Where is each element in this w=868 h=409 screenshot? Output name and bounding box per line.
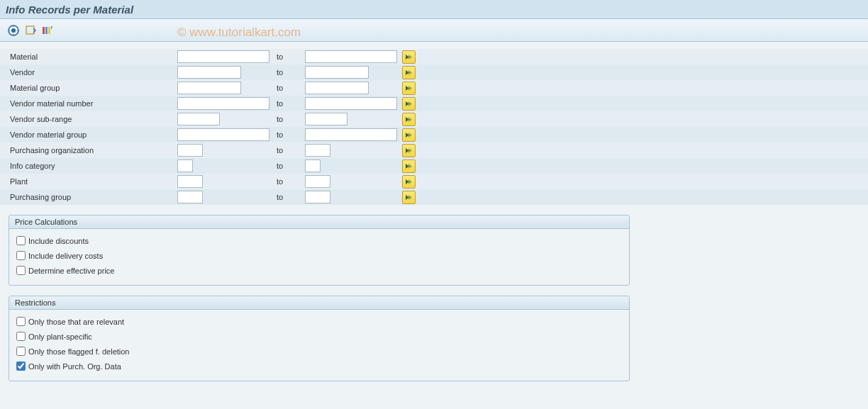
multiple-selection-button[interactable] bbox=[402, 144, 416, 157]
content-area: MaterialtoVendortoMaterial grouptoVendor… bbox=[0, 42, 868, 409]
from-input[interactable] bbox=[177, 50, 269, 63]
checkbox-row: Include delivery costs bbox=[16, 248, 622, 263]
to-input[interactable] bbox=[305, 128, 397, 141]
multiple-selection-button[interactable] bbox=[402, 97, 416, 111]
selection-row: Vendor material groupto bbox=[0, 127, 868, 142]
to-input[interactable] bbox=[305, 82, 369, 94]
svg-rect-2 bbox=[26, 26, 34, 34]
svg-rect-5 bbox=[48, 27, 50, 34]
checkbox-row: Determine effective price bbox=[16, 263, 622, 278]
from-input[interactable] bbox=[177, 97, 269, 110]
from-input[interactable] bbox=[177, 144, 203, 157]
row-label: Material bbox=[0, 52, 177, 61]
checkbox-label: Only those that are relevant bbox=[28, 318, 124, 326]
to-label: to bbox=[273, 68, 305, 77]
to-input[interactable] bbox=[305, 97, 397, 110]
checkbox-label: Only those flagged f. deletion bbox=[28, 347, 129, 356]
multiple-selection-button[interactable] bbox=[402, 191, 416, 204]
multiple-selection-button[interactable] bbox=[402, 175, 416, 189]
checkbox[interactable] bbox=[16, 236, 26, 245]
to-label: to bbox=[273, 115, 305, 123]
group-header-restrictions: Restrictions bbox=[9, 296, 629, 310]
row-label: Vendor bbox=[0, 68, 177, 77]
row-label: Vendor sub-range bbox=[0, 115, 177, 123]
from-input[interactable] bbox=[177, 128, 269, 141]
checkbox[interactable] bbox=[16, 362, 26, 371]
svg-rect-4 bbox=[45, 27, 48, 34]
variant-icon[interactable] bbox=[24, 24, 37, 37]
from-input[interactable] bbox=[177, 82, 241, 94]
checkbox-row: Only those that are relevant bbox=[16, 314, 622, 329]
row-label: Purchasing organization bbox=[0, 146, 177, 155]
selection-row: Materialto bbox=[0, 49, 868, 65]
checkbox-row: Only with Purch. Org. Data bbox=[16, 359, 622, 374]
checkbox-row: Include discounts bbox=[16, 233, 622, 248]
to-input[interactable] bbox=[305, 175, 330, 188]
selection-row: Info categoryto bbox=[0, 158, 868, 174]
from-input[interactable] bbox=[177, 159, 193, 172]
price-calculations-group: Price Calculations Include discountsIncl… bbox=[9, 215, 630, 286]
toolbar bbox=[0, 19, 868, 42]
to-input[interactable] bbox=[305, 191, 330, 203]
row-label: Vendor material group bbox=[0, 130, 177, 139]
svg-rect-3 bbox=[43, 27, 45, 34]
selection-row: Material groupto bbox=[0, 80, 868, 96]
multiple-selection-button[interactable] bbox=[402, 82, 416, 95]
to-label: to bbox=[273, 130, 305, 139]
checkbox-label: Only with Purch. Org. Data bbox=[28, 362, 121, 371]
multiple-selection-button[interactable] bbox=[402, 159, 416, 173]
from-input[interactable] bbox=[177, 66, 241, 79]
checkbox-row: Only those flagged f. deletion bbox=[16, 344, 622, 359]
selection-row: Purchasing organizationto bbox=[0, 142, 868, 158]
selection-row: Purchasing groupto bbox=[0, 189, 868, 205]
group-header-price: Price Calculations bbox=[9, 215, 629, 229]
to-input[interactable] bbox=[305, 113, 347, 125]
checkbox-label: Include discounts bbox=[28, 237, 89, 245]
checkbox[interactable] bbox=[16, 251, 26, 260]
from-input[interactable] bbox=[177, 191, 203, 203]
execute-icon[interactable] bbox=[7, 24, 20, 37]
checkbox[interactable] bbox=[16, 266, 26, 275]
multiple-selection-button[interactable] bbox=[402, 113, 416, 126]
row-label: Material group bbox=[0, 84, 177, 92]
checkbox[interactable] bbox=[16, 347, 26, 356]
checkbox[interactable] bbox=[16, 332, 26, 341]
to-label: to bbox=[273, 146, 305, 155]
to-input[interactable] bbox=[305, 144, 330, 157]
to-label: to bbox=[273, 193, 305, 201]
multiple-selection-button[interactable] bbox=[402, 128, 416, 142]
from-input[interactable] bbox=[177, 113, 220, 125]
to-input[interactable] bbox=[305, 50, 397, 63]
to-label: to bbox=[273, 52, 305, 61]
checkbox-label: Only plant-specific bbox=[28, 332, 92, 341]
selection-row: Vendorto bbox=[0, 65, 868, 80]
title-bar: Info Records per Material bbox=[0, 0, 868, 19]
multiple-selection-button[interactable] bbox=[402, 66, 416, 79]
selection-row: Plantto bbox=[0, 174, 868, 189]
to-input[interactable] bbox=[305, 159, 321, 172]
to-label: to bbox=[273, 99, 305, 108]
to-input[interactable] bbox=[305, 66, 369, 79]
selection-row: Vendor sub-rangeto bbox=[0, 111, 868, 127]
page-title: Info Records per Material bbox=[6, 4, 133, 16]
multiple-selection-button[interactable] bbox=[402, 50, 416, 64]
selection-row: Vendor material numberto bbox=[0, 96, 868, 111]
checkbox-label: Determine effective price bbox=[28, 267, 114, 275]
row-label: Plant bbox=[0, 177, 177, 186]
layout-icon[interactable] bbox=[41, 24, 54, 37]
restrictions-group: Restrictions Only those that are relevan… bbox=[9, 296, 630, 381]
svg-point-1 bbox=[11, 28, 16, 33]
row-label: Info category bbox=[0, 162, 177, 170]
to-label: to bbox=[273, 84, 305, 92]
checkbox[interactable] bbox=[16, 317, 26, 326]
to-label: to bbox=[273, 162, 305, 170]
to-label: to bbox=[273, 177, 305, 186]
from-input[interactable] bbox=[177, 175, 203, 188]
row-label: Vendor material number bbox=[0, 99, 177, 108]
checkbox-row: Only plant-specific bbox=[16, 329, 622, 344]
checkbox-label: Include delivery costs bbox=[28, 252, 103, 260]
row-label: Purchasing group bbox=[0, 193, 177, 201]
